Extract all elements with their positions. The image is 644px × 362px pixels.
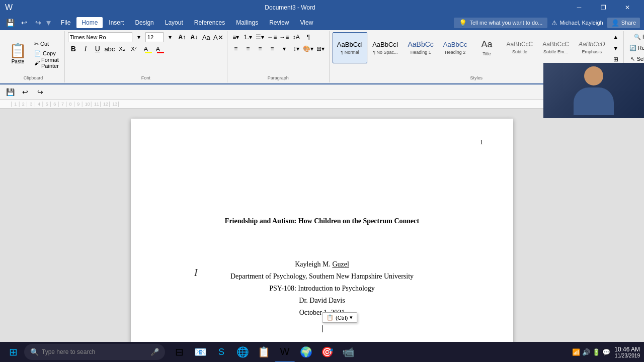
align-right-button[interactable]: ≡ [255, 44, 266, 54]
bold-button[interactable]: B [68, 44, 79, 54]
document-title[interactable]: Friendship and Autism: How Children on t… [179, 217, 465, 225]
taskbar-chrome[interactable]: 🌍 [296, 342, 316, 362]
taskbar-word[interactable]: W [275, 342, 295, 362]
clock[interactable]: 10:46 AM 11/23/2019 [614, 346, 640, 358]
document-page[interactable]: 1 I Friendship and Autism: How Children … [131, 119, 513, 362]
line-spacing-button[interactable]: ↕▾ [291, 44, 302, 54]
style-subtitle[interactable]: AaBbCcC Subtitle [502, 32, 538, 63]
font-size-input[interactable] [145, 32, 164, 42]
paste-button[interactable]: 📋 Paste [5, 33, 31, 73]
menu-home[interactable]: Home [76, 17, 103, 28]
font-name-dropdown[interactable]: ▾ [133, 32, 144, 42]
format-painter-button[interactable]: 🖌 Format Painter [32, 58, 61, 67]
menu-references[interactable]: References [189, 17, 230, 28]
document-professor[interactable]: Dr. David Davis [179, 297, 465, 305]
document-affiliation[interactable]: Department of Psychology, Southern New H… [179, 273, 465, 281]
font-size-dropdown[interactable]: ▾ [165, 32, 176, 42]
justify-button[interactable]: ≡ [267, 44, 278, 54]
subscript-button[interactable]: X₂ [116, 44, 127, 54]
taskbar-search-box[interactable]: 🔍 Type here to search 🎤 [24, 344, 165, 360]
restore-button[interactable]: ❐ [592, 0, 615, 15]
style-normal[interactable]: AaBbCcI ¶ Normal [333, 32, 367, 63]
highlight-button[interactable]: A [140, 44, 151, 54]
menu-review[interactable]: Review [264, 17, 294, 28]
share-button[interactable]: 👤 Share [607, 18, 640, 28]
doc-area[interactable]: 1 I Friendship and Autism: How Children … [0, 109, 644, 362]
ctrl-icon: 📋 [327, 314, 334, 321]
bullets-button[interactable]: ≡▾ [230, 32, 242, 42]
underline-button[interactable]: U [92, 44, 103, 54]
borders-button[interactable]: ⊞▾ [315, 44, 326, 54]
close-button[interactable]: ✕ [616, 0, 639, 15]
taskbar-app7[interactable]: 🎯 [317, 342, 337, 362]
columns-button[interactable]: ▾ [279, 44, 290, 54]
taskbar-skype[interactable]: S [211, 342, 231, 362]
font-grow-button[interactable]: A↑ [177, 32, 188, 42]
menu-mailings[interactable]: Mailings [231, 17, 263, 28]
align-center-button[interactable]: ≡ [243, 44, 254, 54]
notification-icon[interactable]: 💬 [602, 348, 610, 356]
style-no-spacing[interactable]: AaBbCcI ¶ No Spac... [368, 32, 403, 63]
multilevel-button[interactable]: ☰▾ [255, 32, 266, 42]
menu-design[interactable]: Design [130, 17, 158, 28]
start-button[interactable]: ⊞ [4, 343, 22, 361]
numbering-button[interactable]: 1.▾ [243, 32, 254, 42]
taskbar-edge[interactable]: 🌐 [232, 342, 253, 362]
quick-save-button[interactable]: 💾 [4, 17, 16, 29]
taskbar-outlook[interactable]: 📧 [190, 342, 210, 362]
increase-indent-button[interactable]: →≡ [279, 32, 290, 42]
wifi-icon[interactable]: 📶 [572, 348, 580, 356]
styles-scroll-down[interactable]: ▼ [610, 43, 621, 53]
align-left-button[interactable]: ≡ [230, 44, 242, 54]
font-color-button[interactable]: A [152, 44, 164, 54]
replace-button[interactable]: 🔄 Replace [627, 43, 644, 52]
quick-access-dropdown[interactable]: ▾ [46, 17, 51, 28]
user-info[interactable]: ⚠ Michael, Kayleigh [551, 19, 603, 27]
undo-toolbar-button[interactable]: ↩ [19, 86, 31, 98]
style-title[interactable]: Aa Title [472, 32, 502, 63]
select-icon: ↖ [630, 56, 635, 62]
show-marks-button[interactable]: ¶ [303, 32, 314, 42]
find-button[interactable]: 🔍 Find [631, 32, 644, 41]
taskbar-zoom[interactable]: 📹 [338, 342, 358, 362]
clear-format-button[interactable]: A✕ [213, 32, 224, 42]
menu-view[interactable]: View [295, 17, 318, 28]
quick-undo-button[interactable]: ↩ [18, 17, 30, 29]
italic-button[interactable]: I [80, 44, 91, 54]
taskbar-onenote[interactable]: 📋 [254, 342, 274, 362]
battery-icon[interactable]: 🔋 [592, 348, 600, 356]
style-heading1[interactable]: AaBbCc Heading 1 [403, 32, 438, 63]
minimize-button[interactable]: ─ [568, 0, 591, 15]
shading-button[interactable]: 🎨▾ [303, 44, 314, 54]
strikethrough-button[interactable]: abc [104, 44, 115, 54]
sort-button[interactable]: ↕A [291, 32, 302, 42]
tell-me-box[interactable]: 💡 Tell me what you want to do... [454, 18, 548, 28]
style-subtitle-label: Subtitle [512, 49, 527, 55]
font-name-input[interactable] [68, 32, 132, 42]
taskbar-taskview[interactable]: ⊟ [169, 342, 189, 362]
style-heading2-label: Heading 2 [445, 50, 465, 55]
style-heading2[interactable]: AaBbCc Heading 2 [439, 32, 472, 63]
select-button[interactable]: ↖ Select ▾ [628, 54, 644, 63]
change-case-button[interactable]: Aa [201, 32, 212, 42]
decrease-indent-button[interactable]: ←≡ [267, 32, 278, 42]
styles-scroll-up[interactable]: ▲ [610, 32, 621, 42]
menu-layout[interactable]: Layout [160, 17, 188, 28]
menu-insert[interactable]: Insert [104, 17, 129, 28]
redo-toolbar-button[interactable]: ↪ [34, 86, 46, 98]
system-icons: 📶 🔊 🔋 💬 [572, 348, 610, 356]
clock-time: 10:46 AM [614, 346, 640, 353]
save-toolbar-button[interactable]: 💾 [4, 86, 16, 98]
speaker-icon[interactable]: 🔊 [582, 348, 590, 356]
ctrl-popup[interactable]: 📋 (Ctrl) ▾ [322, 312, 357, 323]
microphone-icon[interactable]: 🎤 [150, 348, 159, 356]
font-shrink-button[interactable]: A↓ [189, 32, 200, 42]
superscript-button[interactable]: X² [128, 44, 139, 54]
quick-redo-button[interactable]: ↪ [32, 17, 44, 29]
style-subtle-em[interactable]: AaBbCcC Subtle Em... [538, 32, 574, 63]
cursor-line[interactable] [179, 325, 465, 333]
menu-file[interactable]: File [56, 17, 75, 28]
document-course[interactable]: PSY-108: Introduction to Psychology [179, 285, 465, 293]
style-emphasis[interactable]: AaBbCcD Emphasis [574, 32, 610, 63]
cut-button[interactable]: ✂ Cut [32, 39, 61, 48]
